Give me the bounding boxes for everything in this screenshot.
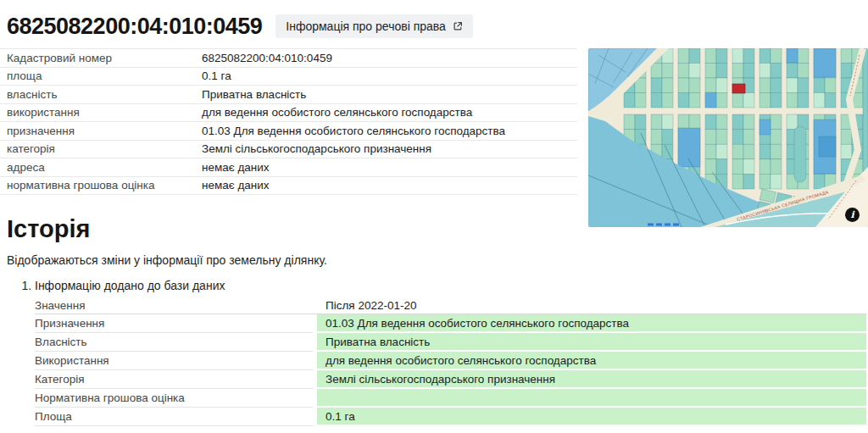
table-row: призначення01.03 Для ведення особистого … xyxy=(0,122,577,141)
row-value-changed: 0.1 га xyxy=(317,408,866,426)
table-row: КатегоріяЗемлі сільськогосподарського пр… xyxy=(35,370,866,389)
column-header: Значення xyxy=(35,297,313,313)
row-label: Кадастровий номер xyxy=(7,52,202,64)
table-row: площа0.1 га xyxy=(0,68,577,86)
table-row: нормативна грошова оцінканемає даних xyxy=(0,177,577,196)
history-entries-list: Інформацію додано до бази даних Значення… xyxy=(7,279,868,433)
page-title: 6825082200:04:010:0459 xyxy=(7,14,262,40)
row-label: Використання xyxy=(35,352,313,370)
row-value-changed: Приватна власність xyxy=(317,333,866,352)
row-label: категорія xyxy=(7,142,202,155)
row-value: для ведення особистого селянського госпо… xyxy=(202,106,472,119)
row-label: адреса xyxy=(7,161,202,174)
table-row: адресанемає даних xyxy=(0,158,577,177)
row-value: 6825082200:04:010:0459 xyxy=(202,52,332,64)
row-label: власність xyxy=(7,88,202,101)
row-value: 01.03 Для ведення особистого селянського… xyxy=(202,125,505,137)
row-label: Призначення xyxy=(35,314,313,333)
table-row: Площа0.1 га xyxy=(35,408,866,426)
parcel-info-table: Кадастровий номер6825082200:04:010:0459п… xyxy=(0,48,577,195)
row-label: площа xyxy=(7,69,202,82)
cadastral-parcel-page: 6825082200:04:010:0459 Інформація про ре… xyxy=(0,0,868,433)
parcel-overview: Кадастровий номер6825082200:04:010:0459п… xyxy=(0,48,868,195)
row-value-changed xyxy=(317,389,866,408)
property-rights-button[interactable]: Інформація про речові права xyxy=(275,14,473,38)
row-value: немає даних xyxy=(202,161,270,174)
row-value-changed: 01.03 Для ведення особистого селянського… xyxy=(317,314,866,333)
table-row: власністьПриватна власність xyxy=(0,86,577,104)
table-row: використаннядля ведення особистого селян… xyxy=(0,104,577,123)
row-value: Землі сільськогосподарського призначення xyxy=(202,142,431,155)
row-label: призначення xyxy=(7,125,202,137)
table-row: категоріяЗемлі сільськогосподарського пр… xyxy=(0,141,577,159)
history-entry-title: Інформацію додано до бази даних xyxy=(35,279,868,292)
table-row: Використаннядля ведення особистого селян… xyxy=(35,352,866,370)
row-label: Власність xyxy=(35,333,313,352)
history-section: Історія Відображаються зміни у інформаці… xyxy=(7,215,868,433)
row-value-changed: Землі сільськогосподарського призначення xyxy=(317,370,866,389)
row-label: Площа xyxy=(35,408,313,426)
row-label: Нормативна грошова оцінка xyxy=(35,389,313,408)
history-description: Відображаються зміни у інформації про зе… xyxy=(7,253,868,267)
page-header: 6825082200:04:010:0459 Інформація про ре… xyxy=(0,0,868,44)
history-table: ЗначенняПісля 2022-01-20Призначення01.03… xyxy=(35,297,866,426)
table-row: Призначення01.03 Для ведення особистого … xyxy=(35,314,866,333)
row-value: Приватна власність xyxy=(202,88,306,101)
column-header: Після 2022-01-20 xyxy=(317,297,866,313)
row-value: немає даних xyxy=(202,179,270,192)
cadastral-map[interactable]: СТАРОСИНЯВСЬКА СЕЛИЩНА ГРОМАДА i xyxy=(588,48,868,227)
map-info-icon[interactable]: i xyxy=(845,208,860,222)
table-row: ВласністьПриватна власність xyxy=(35,333,866,352)
history-table-header-row: ЗначенняПісля 2022-01-20 xyxy=(35,297,866,314)
history-entry: Інформацію додано до бази даних Значення… xyxy=(35,279,868,433)
cadastral-map-canvas: СТАРОСИНЯВСЬКА СЕЛИЩНА ГРОМАДА xyxy=(588,48,868,227)
table-row: Кадастровий номер6825082200:04:010:0459 xyxy=(0,49,577,68)
selected-parcel-highlight xyxy=(732,84,745,93)
row-label: використання xyxy=(7,106,202,119)
row-value-changed: для ведення особистого селянського госпо… xyxy=(317,352,866,370)
table-row: Нормативна грошова оцінка xyxy=(35,389,866,408)
row-label: Категорія xyxy=(35,370,313,389)
external-link-icon xyxy=(453,21,463,31)
row-value: 0.1 га xyxy=(202,69,231,82)
row-label: нормативна грошова оцінка xyxy=(7,179,202,192)
property-rights-button-label: Інформація про речові права xyxy=(286,19,446,33)
